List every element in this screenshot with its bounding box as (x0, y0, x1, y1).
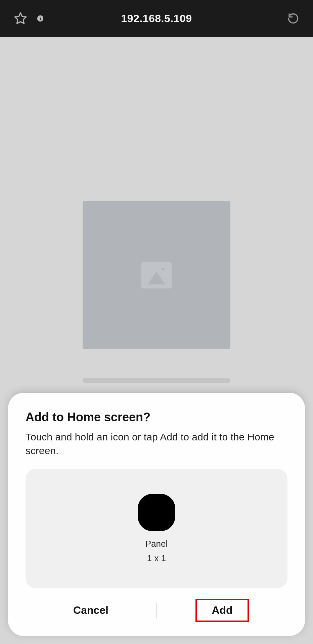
address-url[interactable]: 192.168.5.109 (0, 12, 313, 25)
widget-name: Panel (145, 539, 168, 549)
sheet-actions: Cancel Add (26, 598, 287, 623)
image-icon (141, 262, 172, 288)
sheet-subtitle: Touch and hold an icon or tap Add to add… (26, 430, 287, 458)
add-to-home-sheet: Add to Home screen? Touch and hold an ic… (8, 393, 305, 636)
sheet-title: Add to Home screen? (26, 410, 287, 424)
reload-icon[interactable] (287, 12, 300, 25)
app-icon[interactable] (138, 494, 175, 531)
svg-marker-0 (15, 13, 26, 23)
widget-preview-card[interactable]: Panel 1 x 1 (26, 469, 287, 588)
info-icon[interactable] (37, 15, 44, 22)
image-placeholder (83, 201, 230, 349)
add-button[interactable]: Add (212, 604, 232, 616)
star-icon[interactable] (13, 11, 28, 25)
text-skeleton (83, 378, 230, 383)
cancel-button[interactable]: Cancel (26, 598, 156, 623)
add-button-highlight: Add (195, 599, 249, 622)
svg-rect-2 (40, 18, 41, 20)
widget-size: 1 x 1 (147, 553, 166, 564)
svg-point-3 (40, 17, 41, 17)
browser-address-bar: 192.168.5.109 (0, 0, 313, 37)
